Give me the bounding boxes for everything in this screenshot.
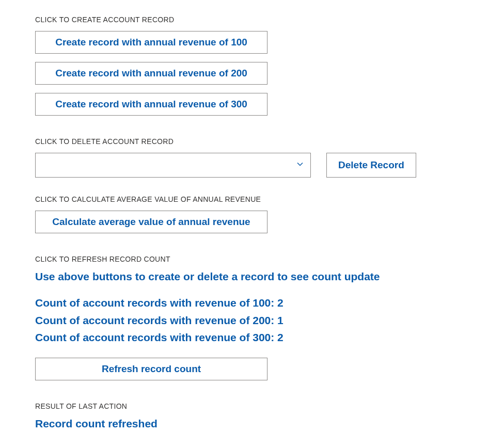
count-200-text: Count of account records with revenue of… [35,312,469,329]
result-section: RESULT OF LAST ACTION Record count refre… [35,402,469,430]
delete-row: Delete Record [35,153,469,178]
refresh-header: CLICK TO REFRESH RECORD COUNT [35,255,469,263]
refresh-count-button[interactable]: Refresh record count [35,358,267,380]
record-select[interactable] [35,153,311,178]
count-300-text: Count of account records with revenue of… [35,329,469,346]
create-record-200-button[interactable]: Create record with annual revenue of 200 [35,62,267,85]
refresh-section: CLICK TO REFRESH RECORD COUNT Use above … [35,255,469,380]
calculate-average-button[interactable]: Calculate average value of annual revenu… [35,211,267,233]
create-section: CLICK TO CREATE ACCOUNT RECORD Create re… [35,15,469,116]
record-select-wrap [35,153,311,178]
result-header: RESULT OF LAST ACTION [35,402,469,410]
create-record-300-button[interactable]: Create record with annual revenue of 300 [35,93,267,116]
calculate-section: CLICK TO CALCULATE AVERAGE VALUE OF ANNU… [35,195,469,233]
count-block: Count of account records with revenue of… [35,294,469,346]
create-record-100-button[interactable]: Create record with annual revenue of 100 [35,31,267,54]
calculate-header: CLICK TO CALCULATE AVERAGE VALUE OF ANNU… [35,195,469,203]
result-text: Record count refreshed [35,418,469,430]
create-header: CLICK TO CREATE ACCOUNT RECORD [35,15,469,24]
delete-header: CLICK TO DELETE ACCOUNT RECORD [35,137,469,146]
refresh-info-text: Use above buttons to create or delete a … [35,270,469,283]
delete-section: CLICK TO DELETE ACCOUNT RECORD Delete Re… [35,137,469,178]
count-100-text: Count of account records with revenue of… [35,294,469,312]
delete-record-button[interactable]: Delete Record [326,153,416,178]
